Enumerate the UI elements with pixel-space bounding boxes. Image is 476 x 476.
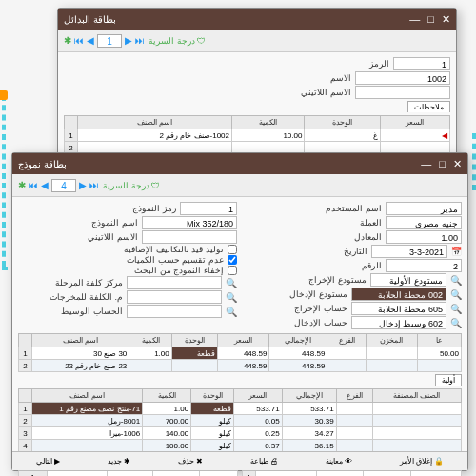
table-row[interactable]: 36.150.37كيلو100.004 (19, 440, 462, 452)
cal-icon[interactable]: 📅 (451, 247, 462, 256)
add-icon[interactable]: ✱ (18, 180, 26, 190)
stage-label: مركز كلفة المرحلة (55, 278, 123, 288)
table-row[interactable]: 50.00 448.59448.59 قطعة1.00 30 صنع 301 (19, 347, 462, 360)
out-wh-field[interactable]: مستودع الأولية (370, 273, 446, 287)
last-icon[interactable]: ⏭ (89, 180, 99, 190)
search-icon[interactable]: 🔍 (226, 278, 237, 288)
table-row[interactable]: ◀ غ 10.00 1002-صنف خام رقم 2 1 (65, 129, 450, 142)
close-order-button[interactable]: 🔒 إغلاق الأمر (400, 457, 444, 466)
mname-field[interactable]: Mix 352/180 (142, 216, 237, 229)
pager-2: ⏭ ▶ 4 ◀ ⏮ ✱ (18, 179, 99, 192)
col-br2: الفرع (336, 389, 372, 403)
col-qty: الكمية (129, 334, 171, 347)
col-num (65, 116, 78, 129)
security-label: درجة السرية (103, 181, 149, 190)
user-label: اسم المستخدم (326, 204, 382, 213)
col-br: الفرع (327, 334, 367, 347)
latin-label: الاسم اللاتيني (301, 88, 351, 97)
titlebar-1: ✕ □ — بطاقة البدائل (58, 9, 456, 30)
code-field[interactable]: 1 (393, 57, 450, 70)
stage-field[interactable] (127, 276, 222, 289)
close-icon[interactable]: ✕ (442, 13, 450, 26)
search-icon[interactable]: 🔍 (450, 289, 462, 300)
shield-icon: 🛡 (151, 181, 160, 190)
preview-button[interactable]: 👁 معاينة (326, 457, 352, 466)
mlatin-label: الاسم اللاتيني (88, 232, 138, 242)
col-item: اسم الصنف (78, 116, 232, 129)
col-unit: الوحدة (305, 116, 380, 129)
col-item: اسم الصنف (32, 334, 129, 347)
date-field[interactable]: 3-3-2021 (371, 245, 447, 258)
rate-label: المعادل (354, 232, 382, 242)
first-icon[interactable]: ⏮ (29, 180, 38, 190)
grid-in: الصنف المصنفة الفرع الإجمالي السعر الوحد… (18, 388, 462, 452)
col-unit2: الوحدة (191, 389, 234, 403)
title-1: بطاقة البدائل (64, 14, 116, 25)
col-item2: اسم الصنف (32, 389, 143, 403)
delete-button[interactable]: ✖ حذف (178, 457, 203, 466)
cost-field[interactable] (127, 290, 222, 304)
min-icon[interactable]: — (409, 13, 420, 26)
mid-field[interactable] (127, 305, 222, 318)
first-icon[interactable]: ⏮ (74, 35, 84, 46)
table-row[interactable]: 34.270.25كيلو140.001006-ميرا3 (19, 427, 462, 440)
search-icon[interactable]: 🔍 (226, 307, 237, 317)
toolbar-2: 🛡 درجة السرية ⏭ ▶ 4 ◀ ⏮ ✱ (12, 174, 467, 197)
currency-field[interactable]: جنيه مصري (386, 216, 462, 229)
latin-field[interactable] (355, 86, 450, 99)
in-wh-label: مستودع الإدخال (289, 289, 347, 299)
col-tot2: الإجمالي (282, 389, 336, 403)
chk-nosplit[interactable] (228, 255, 237, 265)
name-field[interactable]: 1002 (355, 71, 450, 85)
last-icon[interactable]: ⏭ (135, 35, 145, 46)
max-icon[interactable]: □ (427, 13, 434, 26)
print-button[interactable]: 🖨 طباعة (250, 457, 278, 466)
close-icon[interactable]: ✕ (453, 158, 462, 170)
search-icon[interactable]: 🔍 (450, 318, 462, 328)
add-icon[interactable]: ✱ (64, 35, 71, 46)
next-button[interactable]: ▶ التالي (36, 457, 60, 466)
rate-field[interactable]: 1.00 (386, 230, 462, 244)
col-unit: الوحدة (171, 334, 217, 347)
title-2: بطاقة نموذج (18, 159, 67, 169)
min-icon[interactable]: — (421, 158, 431, 170)
chk-cost[interactable] (228, 245, 237, 254)
page-field[interactable]: 1 (97, 34, 122, 48)
inacc-field[interactable]: 602 وسيط إدخال (351, 316, 446, 329)
col-price2: السعر (233, 389, 282, 403)
max-icon[interactable]: □ (439, 158, 446, 170)
prev-icon[interactable]: ◀ (87, 35, 94, 46)
security-label: درجة السرية (149, 36, 195, 46)
outacc-field[interactable]: 605 محطة الحلابة (351, 302, 446, 315)
table-row[interactable]: 1 (19, 471, 238, 477)
prev-icon[interactable]: ◀ (41, 180, 49, 190)
mname-label: اسم النموذج (91, 218, 138, 228)
in-wh-field[interactable]: 002 محطة الحلابة (351, 288, 446, 301)
search-icon[interactable]: 🔍 (450, 275, 462, 286)
currency-label: العملة (360, 218, 382, 228)
table-row[interactable]: 448.59448.59 23-صنع خام رقم 232 (19, 360, 462, 372)
table-row[interactable]: 30.390.05كيلو700.008001-رمل2 (19, 415, 462, 427)
user-field[interactable]: مدير (386, 202, 462, 215)
col-wh: المخزن (367, 334, 418, 347)
no-field[interactable]: 2 (386, 259, 462, 272)
page-field[interactable]: 4 (51, 179, 76, 192)
chk-hide[interactable] (228, 266, 237, 275)
table-row[interactable]: 1 (243, 471, 462, 477)
search-icon[interactable]: 🔍 (226, 292, 237, 303)
new-button[interactable]: ✱ جديد (108, 457, 130, 466)
outacc-label: حساب الإخراج (294, 304, 347, 313)
table-row[interactable]: 533.71533.71قطعة1.0071-منتج نصف مصنع رقم… (19, 403, 462, 415)
search-icon[interactable]: 🔍 (450, 304, 462, 314)
mcode-field[interactable]: 1 (180, 202, 237, 215)
next-icon[interactable]: ▶ (79, 180, 87, 190)
next-icon[interactable]: ▶ (125, 35, 132, 46)
col-price: السعر (380, 116, 449, 129)
no-label: الرقم (362, 261, 382, 270)
mlatin-field[interactable] (142, 230, 237, 244)
grid-out: عا المخزن الفرع الإجمالي السعر الوحدة ال… (18, 333, 462, 372)
tab-notes[interactable]: ملاحظات (407, 101, 450, 112)
chk2-label: عدم تقسيم حسب الكميات (127, 255, 224, 265)
arrow-icon: ◀ (442, 131, 447, 140)
tab-raw[interactable]: أولية (435, 374, 462, 386)
